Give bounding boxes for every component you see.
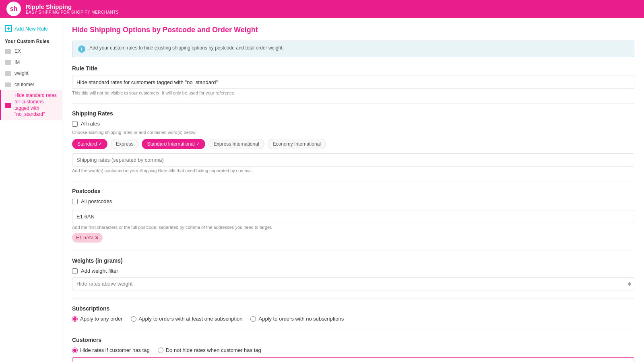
page-title: Hide Shipping Options by Postcode and Or… (72, 26, 634, 34)
add-weight-checkbox[interactable] (72, 268, 78, 274)
all-rates-label: All rates (81, 121, 100, 127)
sidebar-item-im[interactable]: IM (0, 57, 62, 68)
postcode-tag-remove[interactable]: × (95, 234, 98, 241)
do-not-hide-label: Do not hide rates when customer has tag (166, 347, 261, 353)
subscription-no-sub-label: Apply to orders with no subscriptions (258, 316, 344, 322)
sidebar-item-label: weight (14, 70, 29, 77)
subscriptions-section: Subscriptions Apply to any order Apply t… (72, 305, 634, 322)
rate-tags-container: Standard ✓ Express Standard Internationa… (72, 139, 634, 149)
subscription-any-label: Apply to any order (80, 316, 123, 322)
subscription-at-least-label: Apply to orders with at least one subscr… (139, 316, 243, 322)
weight-up-icon[interactable] (628, 282, 631, 284)
subscription-no-sub-row: Apply to orders with no subscriptions (250, 316, 344, 322)
sidebar-item-label: IM (14, 60, 20, 66)
rule-icon (5, 103, 11, 108)
subscription-at-least-one-row: Apply to orders with at least one subscr… (131, 316, 243, 322)
shipping-rates-help: Add the word(s) contained in your Shippi… (72, 168, 634, 173)
customers-label: Customers (72, 337, 634, 343)
rule-title-label: Rule Title (72, 65, 634, 72)
add-new-rule-button[interactable]: + Add New Rule (0, 22, 62, 35)
rule-icon (5, 71, 11, 76)
postcodes-label: Postcodes (72, 188, 634, 194)
all-rates-checkbox[interactable] (72, 121, 78, 127)
app-logo: sh (6, 2, 21, 16)
add-weight-filter-row: Add weight filter (72, 268, 634, 274)
rule-icon (5, 60, 11, 65)
sidebar-item-label: EX (14, 48, 21, 55)
postcodes-section: Postcodes All postcodes Add the first ch… (72, 188, 634, 243)
rate-tag-economy-intl[interactable]: Economy International (268, 139, 326, 149)
postcodes-input[interactable] (72, 210, 634, 223)
sidebar-item-ex[interactable]: EX (0, 46, 62, 57)
subscription-any-radio[interactable] (72, 316, 78, 322)
all-postcodes-label: All postcodes (81, 198, 112, 204)
all-postcodes-checkbox[interactable] (72, 199, 78, 204)
info-banner: i Add your custom rules to hide existing… (72, 41, 634, 57)
info-text: Add your custom rules to hide existing s… (89, 45, 284, 51)
do-not-hide-radio[interactable] (158, 348, 163, 353)
do-not-hide-row: Do not hide rates when customer has tag (158, 347, 261, 353)
rate-tag-express[interactable]: Express (111, 139, 138, 149)
sidebar: + Add New Rule Your Custom Rules EX IM w… (0, 18, 62, 362)
hide-if-has-tag-radio[interactable] (72, 348, 78, 353)
main-content: Hide Shipping Options by Postcode and Or… (62, 18, 644, 362)
subscriptions-radio-group: Apply to any order Apply to orders with … (72, 316, 634, 322)
shipping-rates-input[interactable] (72, 153, 634, 167)
shipping-rates-section: Shipping Rates All rates Choose existing… (72, 110, 634, 173)
rate-tag-standard-intl[interactable]: Standard International ✓ (142, 139, 205, 149)
weight-input[interactable] (72, 277, 634, 290)
hide-if-has-tag-row: Hide rates if customer has tag (72, 347, 150, 353)
rule-title-section: Rule Title This title will not be visibl… (72, 65, 634, 95)
rule-title-help: This title will not be visible to your c… (72, 90, 634, 95)
add-rule-label: Add New Rule (14, 26, 48, 32)
sidebar-item-label: Hide standard rates for customers tagged… (14, 93, 57, 117)
plus-icon: + (5, 25, 12, 32)
choose-rates-text: Choose existing shipping rates or add co… (72, 130, 634, 135)
all-postcodes-row: All postcodes (72, 198, 634, 204)
shipping-rates-label: Shipping Rates (72, 110, 634, 117)
customer-tag-input[interactable] (72, 357, 634, 362)
subscription-at-least-radio[interactable] (131, 316, 136, 322)
all-rates-row: All rates (72, 121, 634, 127)
postcode-tag-label: E1 6AN (76, 235, 93, 241)
postcodes-help: Add the first characters or the full pos… (72, 225, 634, 230)
subscription-any-row: Apply to any order (72, 316, 123, 322)
sidebar-item-hide-standard[interactable]: Hide standard rates for customers tagged… (0, 90, 62, 120)
sidebar-item-csutomer[interactable]: csutomer (0, 79, 62, 90)
rate-tag-express-intl[interactable]: Express International (208, 139, 264, 149)
customers-radio-group: Hide rates if customer has tag Do not hi… (72, 347, 634, 353)
subscriptions-label: Subscriptions (72, 305, 634, 312)
rule-title-input[interactable] (72, 76, 634, 89)
weights-label: Weights (in grams) (72, 257, 634, 264)
subscription-no-sub-radio[interactable] (250, 316, 256, 322)
app-name: Ripple Shipping (26, 3, 119, 10)
app-sub: Easy Shipping for Shopify Merchants (26, 10, 119, 14)
weight-down-icon[interactable] (628, 284, 631, 286)
add-weight-label: Add weight filter (81, 268, 118, 274)
weight-spinner[interactable] (628, 282, 631, 286)
sidebar-section-title: Your Custom Rules (0, 35, 62, 46)
postcode-tag-e16an: E1 6AN × (72, 233, 103, 243)
sidebar-item-weight[interactable]: weight (0, 68, 62, 79)
customers-section: Customers Hide rates if customer has tag… (72, 337, 634, 362)
hide-if-has-tag-label: Hide rates if customer has tag (80, 347, 150, 353)
main-layout: + Add New Rule Your Custom Rules EX IM w… (0, 18, 644, 362)
weights-section: Weights (in grams) Add weight filter (72, 257, 634, 290)
sidebar-item-label: csutomer (14, 82, 34, 88)
rate-tag-standard[interactable]: Standard ✓ (72, 139, 107, 149)
header-title: Ripple Shipping Easy Shipping for Shopif… (26, 3, 119, 14)
postcodes-tags: E1 6AN × (72, 233, 634, 243)
rule-icon (5, 82, 11, 87)
app-header: sh Ripple Shipping Easy Shipping for Sho… (0, 0, 644, 18)
rule-icon (5, 49, 11, 54)
info-icon: i (78, 45, 85, 53)
